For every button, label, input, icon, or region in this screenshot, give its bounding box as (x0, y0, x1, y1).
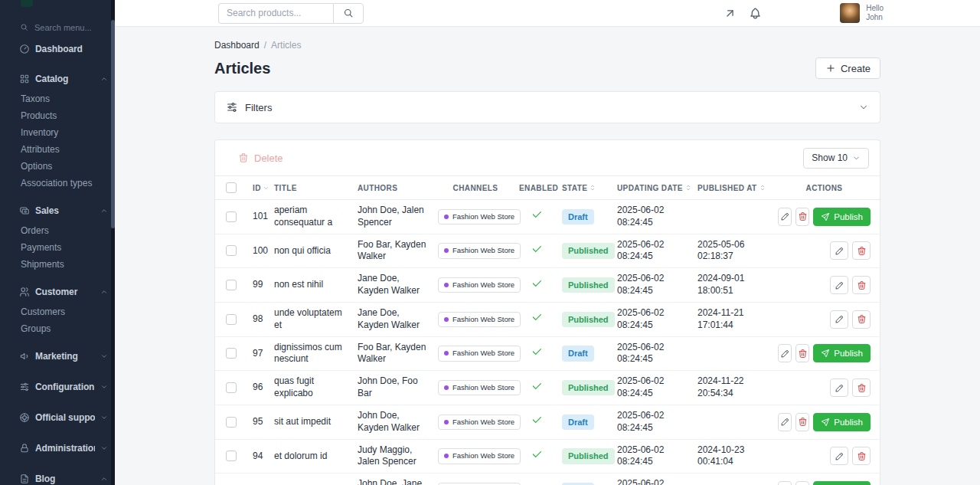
table-row: 99 non est nihil Jane Doe, Kayden Walker… (215, 268, 881, 303)
published-time: 17:01:44 (697, 320, 772, 332)
edit-button[interactable] (778, 208, 792, 226)
filters-panel[interactable]: Filters (214, 91, 880, 123)
row-checkbox[interactable] (226, 211, 237, 222)
sidebar-section-marketing[interactable]: Marketing (0, 346, 115, 367)
article-id: 97 (250, 336, 271, 371)
sidebar-section-sales[interactable]: Sales (0, 200, 115, 221)
external-link-icon[interactable] (724, 7, 737, 20)
sidebar-section-children (0, 459, 115, 460)
per-page-dropdown[interactable]: Show 10 (803, 148, 869, 169)
sidebar-item-attributes[interactable]: Attributes (0, 141, 115, 158)
sidebar-item-orders[interactable]: Orders (0, 222, 115, 239)
delete-row-button[interactable] (795, 481, 809, 485)
delete-row-button[interactable] (795, 208, 809, 226)
header-updating-date[interactable]: Updating date (614, 176, 694, 200)
sidebar-section-catalog[interactable]: Catalog (0, 68, 115, 90)
table-row: 95 sit aut impedit John Doe, Kayden Walk… (215, 405, 881, 439)
channel-dot-icon (444, 248, 449, 253)
sidebar-item-taxons[interactable]: Taxons (0, 90, 115, 107)
user-menu[interactable]: Hello John (840, 3, 884, 23)
adjustments-icon (19, 382, 30, 392)
updating-date-cell: 2025-06-02 08:24:45 (614, 405, 694, 439)
delete-row-button[interactable] (852, 378, 871, 397)
edit-button[interactable] (830, 276, 848, 294)
delete-row-button[interactable] (852, 447, 871, 465)
published-time: 00:41:04 (697, 456, 772, 468)
sidebar-scrollbar[interactable] (111, 0, 115, 485)
delete-row-button[interactable] (852, 241, 871, 260)
edit-button[interactable] (830, 241, 848, 260)
sidebar-section-configuration[interactable]: Configuration (0, 376, 115, 398)
sidebar-section-administration[interactable]: Administration (0, 437, 115, 459)
sidebar-item-shipments[interactable]: Shipments (0, 256, 115, 273)
edit-button[interactable] (830, 310, 848, 329)
edit-button[interactable] (830, 378, 848, 397)
trash-icon (857, 451, 867, 461)
sidebar-section-blog[interactable]: Blog (0, 468, 115, 485)
edit-button[interactable] (830, 447, 848, 465)
sylius-logo-icon (21, 0, 33, 7)
edit-button[interactable] (778, 413, 792, 431)
sidebar-item-customers[interactable]: Customers (0, 303, 115, 320)
bell-icon[interactable] (749, 7, 762, 20)
breadcrumb-dashboard-link[interactable]: Dashboard (214, 40, 260, 51)
edit-button[interactable] (778, 344, 792, 362)
publish-button[interactable]: Publish (813, 208, 871, 226)
sort-icon (589, 184, 596, 192)
user-avatar[interactable] (840, 3, 860, 23)
sidebar-item-association-types[interactable]: Association types (0, 175, 115, 192)
article-authors: Foo Bar, Kayden Walker (354, 336, 435, 371)
updating-date: 2025-06-02 (617, 273, 691, 285)
sidebar-scrollbar-thumb[interactable] (111, 20, 115, 228)
article-authors: John Doe, Jane Doe (354, 474, 435, 485)
header-published-at[interactable]: Published at (694, 176, 775, 200)
sidebar-item-groups[interactable]: Groups (0, 320, 115, 337)
publish-button[interactable]: Publish (813, 413, 871, 431)
create-button[interactable]: Create (815, 57, 880, 79)
published-date: 2024-09-01 (697, 273, 772, 285)
edit-button[interactable] (778, 481, 792, 485)
select-all-checkbox[interactable] (226, 182, 237, 193)
publish-button[interactable]: Publish (813, 344, 871, 362)
article-title: quas fugit explicabo (271, 371, 354, 405)
enabled-check-icon (531, 243, 543, 255)
row-checkbox[interactable] (226, 417, 237, 428)
sidebar-section-customer[interactable]: Customer (0, 281, 115, 303)
chevron-down-icon[interactable] (858, 102, 869, 113)
sidebar-item-products[interactable]: Products (0, 107, 115, 124)
sidebar-item-payments[interactable]: Payments (0, 239, 115, 256)
bulk-delete-button[interactable]: Delete (226, 152, 296, 164)
row-checkbox[interactable] (226, 348, 237, 359)
row-checkbox[interactable] (226, 451, 237, 461)
published-date: 2024-10-23 (697, 444, 772, 457)
publish-button[interactable]: Publish (813, 481, 871, 485)
row-checkbox[interactable] (226, 382, 237, 393)
sidebar-item-options[interactable]: Options (0, 158, 115, 175)
chevron-down-icon (100, 352, 108, 360)
delete-row-button[interactable] (795, 413, 809, 431)
article-id: 95 (250, 405, 271, 439)
product-search-input[interactable] (218, 3, 333, 24)
delete-row-button[interactable] (852, 276, 871, 294)
sidebar-search-input[interactable] (34, 23, 105, 32)
sidebar-section-official-support[interactable]: Official support (0, 407, 115, 428)
delete-row-button[interactable] (795, 344, 809, 362)
row-checkbox[interactable] (226, 280, 237, 290)
header-id[interactable]: ID (250, 176, 271, 200)
table-toolbar: Delete Show 10 (215, 140, 880, 175)
published-at-cell: 2025-05-06 02:18:37 (694, 234, 775, 268)
delete-row-button[interactable] (852, 310, 871, 329)
sidebar-item-inventory[interactable]: Inventory (0, 124, 115, 141)
sidebar-search[interactable] (0, 20, 115, 38)
row-checkbox[interactable] (226, 314, 237, 325)
product-search-button[interactable] (333, 3, 364, 24)
channel-badge: Fashion Web Store (438, 209, 521, 225)
sidebar-item-dashboard[interactable]: Dashboard (0, 38, 115, 60)
channel-label: Fashion Web Store (452, 383, 514, 393)
logo[interactable] (0, 0, 115, 20)
channel-badge: Fashion Web Store (438, 415, 521, 431)
header-state[interactable]: State (557, 176, 614, 200)
state-badge: Draft (562, 415, 594, 431)
row-checkbox[interactable] (226, 245, 237, 256)
article-title: non est nihil (271, 268, 354, 303)
